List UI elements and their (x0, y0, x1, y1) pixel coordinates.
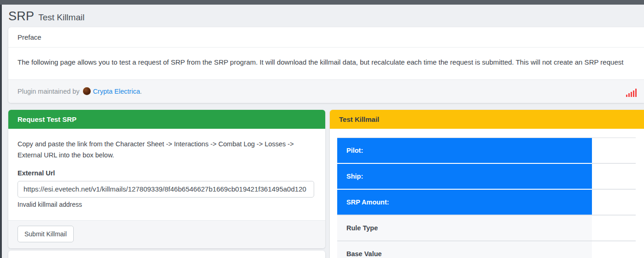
table-row-value (592, 138, 636, 163)
page-title: SRP (8, 9, 34, 23)
table-row-value (592, 163, 636, 189)
table-row-label: Pilot: (337, 138, 592, 163)
invalid-killmail-help-text: Invalid killmail address (18, 201, 316, 208)
external-url-input[interactable] (18, 181, 314, 198)
killmail-table: Pilot: Ship: SRP Amount: Rule Type Base … (337, 138, 636, 258)
page-header: SRPTest Killmail (8, 5, 644, 27)
killmail-panel-body: Pilot: Ship: SRP Amount: Rule Type Base … (330, 129, 644, 258)
table-row: Pilot: (337, 138, 636, 163)
preface-panel-body: The following page allows you to test a … (8, 48, 644, 79)
table-row-label: Ship: (337, 163, 592, 189)
maintainer-avatar (83, 87, 91, 95)
signal-bars-icon (626, 89, 637, 97)
preface-panel-footer: Plugin maintained by Crypta Electrica . (8, 79, 644, 103)
table-row: Rule Type (337, 215, 636, 240)
next-panel-stub (8, 251, 325, 258)
preface-panel: Preface The following page allows you to… (8, 27, 644, 103)
table-row: Ship: (337, 163, 636, 189)
table-row-value (592, 189, 636, 215)
table-row-value (592, 215, 636, 240)
maintainer-link[interactable]: Crypta Electrica (93, 88, 140, 95)
preface-panel-heading: Preface (8, 27, 644, 48)
left-column: Request Test SRP Copy and paste the link… (8, 110, 325, 258)
table-row: SRP Amount: (337, 189, 636, 215)
top-navigation-bar (0, 0, 644, 5)
maintained-by-text: Plugin maintained by (18, 88, 80, 95)
request-test-srp-panel: Request Test SRP Copy and paste the link… (8, 110, 325, 248)
submit-killmail-button[interactable]: Submit Killmail (18, 226, 74, 242)
sidebar-edge (0, 5, 2, 258)
table-row-label: SRP Amount: (337, 189, 592, 215)
killmail-panel-heading: Test Killmail (330, 110, 644, 129)
instructions-text: Copy and paste the link from the Charact… (18, 139, 308, 161)
table-row: Base Value (337, 240, 636, 258)
main-content: SRPTest Killmail Preface The following p… (8, 5, 644, 258)
page-subtitle: Test Killmail (38, 12, 84, 22)
footer-period: . (140, 88, 142, 95)
test-killmail-panel: Test Killmail Pilot: Ship: SRP Amount: R… (330, 110, 644, 258)
table-row-label: Base Value (337, 240, 592, 258)
right-column: Test Killmail Pilot: Ship: SRP Amount: R… (330, 110, 644, 258)
external-url-label: External Url (18, 169, 316, 177)
request-panel-body: Copy and paste the link from the Charact… (8, 129, 325, 220)
table-row-value (592, 240, 636, 258)
two-column-layout: Request Test SRP Copy and paste the link… (8, 110, 644, 258)
table-row-label: Rule Type (337, 215, 592, 240)
request-panel-heading: Request Test SRP (8, 110, 325, 129)
request-panel-footer: Submit Killmail (8, 220, 325, 248)
